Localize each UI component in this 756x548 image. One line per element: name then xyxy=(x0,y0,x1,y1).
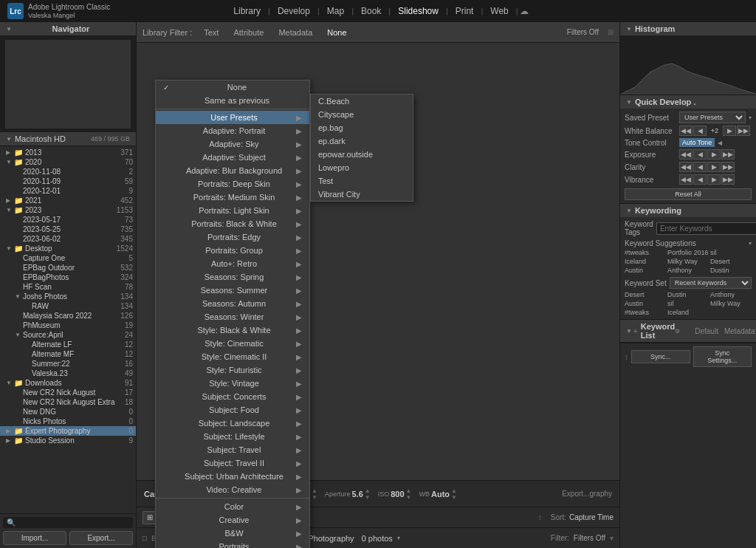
menu-style-vintage[interactable]: Style: Vintage ▶ xyxy=(156,377,309,390)
filter-metadata[interactable]: Metadata xyxy=(275,27,315,38)
qd-exposure-btn2[interactable]: ◀ xyxy=(693,149,707,160)
kw-sug-anthony[interactable]: Anthony xyxy=(667,267,709,274)
kw-sug-austin[interactable]: Austin xyxy=(625,267,666,274)
qd-vibrance-btn1[interactable]: ◀◀ xyxy=(679,174,693,185)
submenu-lowepro[interactable]: Lowepro xyxy=(311,161,413,174)
menu-creative[interactable]: Creative ▶ xyxy=(156,513,309,527)
qd-wb-increase-large[interactable]: ▶▶ xyxy=(737,126,750,136)
menu-seasons-autumn[interactable]: Seasons: Autumn ▶ xyxy=(156,297,309,310)
kw-rec-tweaks[interactable]: #tweaks xyxy=(625,309,666,316)
folder-2020[interactable]: ▼ 📁 2020 70 xyxy=(0,157,136,167)
menu-adaptive-sky[interactable]: Adaptive: Sky ▶ xyxy=(156,137,309,151)
kw-sug-dustin[interactable]: Dustin xyxy=(710,267,752,274)
menu-subject-travel2[interactable]: Subject: Travel II ▶ xyxy=(156,456,309,470)
menu-subject-concerts[interactable]: Subject: Concerts ▶ xyxy=(156,390,309,403)
filter-text[interactable]: Text xyxy=(201,27,221,38)
menu-portraits-group[interactable]: Portraits: Group ▶ xyxy=(156,244,309,257)
folder-2020-11-09[interactable]: 2020-11-09 59 xyxy=(9,177,136,186)
submenu-epdark[interactable]: ep.dark xyxy=(311,134,413,148)
kw-sug-desert[interactable]: Desert xyxy=(710,258,752,265)
folder-malaysia[interactable]: Malaysia Scaro 2022 126 xyxy=(9,311,136,321)
filters-off-button[interactable]: Filters Off xyxy=(567,28,599,36)
kw-rec-milkyway[interactable]: Milky Way xyxy=(710,300,752,307)
folder-2021[interactable]: ▶ 📁 2021 452 xyxy=(0,196,136,205)
menu-adaptive-blur[interactable]: Adaptive: Blur Background ▶ xyxy=(156,164,309,177)
search-bar[interactable]: 🔍 xyxy=(3,517,133,528)
folder-desktop[interactable]: ▼ 📁 Desktop 1524 xyxy=(0,244,136,253)
folder-hf-scan[interactable]: HF Scan 78 xyxy=(9,282,136,292)
kw-sug-portfolio[interactable]: Portfolio 2016 xyxy=(667,249,709,256)
submenu-vibrant-city[interactable]: Vibrant City xyxy=(311,188,413,201)
menu-same-as-previous[interactable]: Same as previous xyxy=(156,94,309,107)
menu-portraits-light[interactable]: Portraits: Light Skin ▶ xyxy=(156,204,309,217)
qd-clarity-btn1[interactable]: ◀◀ xyxy=(679,162,693,172)
keyword-list-header[interactable]: ▼ + Keyword List ⚙ Default Metadata xyxy=(620,320,756,342)
filters-off-right[interactable]: Filters Off xyxy=(574,534,605,542)
qd-clarity-btn3[interactable]: ▶ xyxy=(707,162,721,172)
qd-exposure-btn4[interactable]: ▶▶ xyxy=(721,149,735,160)
folder-expert-photography[interactable]: ▶ 📁 Expert Photography 0 xyxy=(0,426,136,436)
menu-user-presets[interactable]: User Presets ▶ xyxy=(156,111,309,124)
kw-rec-anthony[interactable]: Anthony xyxy=(710,291,752,298)
menu-adaptive-subject[interactable]: Adaptive: Subject ▶ xyxy=(156,151,309,164)
menu-portraits-bw[interactable]: Portraits: Black & White ▶ xyxy=(156,217,309,230)
sort-value[interactable]: Capture Time xyxy=(569,513,614,521)
menu-portraits[interactable]: Portraits ▶ xyxy=(156,540,309,548)
kw-sug-milkyway[interactable]: Milky Way xyxy=(667,258,709,265)
keywording-header[interactable]: ▼ Keywording xyxy=(620,204,756,217)
import-button[interactable]: Import... xyxy=(3,531,66,545)
kw-rec-desert[interactable]: Desert xyxy=(625,291,666,298)
folder-capture-one[interactable]: Capture One 5 xyxy=(9,253,136,263)
folder-studio-session[interactable]: ▶ 📁 Studio Session 9 xyxy=(0,436,136,445)
view-mode-single[interactable]: □ xyxy=(142,534,147,542)
keyword-input[interactable] xyxy=(656,222,756,235)
menu-style-bw[interactable]: Style: Black & White ▶ xyxy=(156,323,309,337)
menu-seasons-winter[interactable]: Seasons: Winter ▶ xyxy=(156,310,309,323)
folder-2023-05-25[interactable]: 2023-05-25 735 xyxy=(9,225,136,234)
sync-settings-button[interactable]: Sync Settings... xyxy=(693,346,752,367)
folder-raw[interactable]: RAW 134 xyxy=(18,301,136,311)
tab-develop[interactable]: Develop xyxy=(272,3,316,19)
qd-wb-decrease-large[interactable]: ◀◀ xyxy=(679,126,693,136)
folder-joshs-photos[interactable]: ▼ Joshs Photos 134 xyxy=(9,292,136,301)
folder-alternate-mf[interactable]: Alternate MF 12 xyxy=(18,349,136,359)
folder-nicks-photos[interactable]: Nicks Photos 0 xyxy=(9,417,136,426)
folder-source-april[interactable]: ▼ Source:April 24 xyxy=(9,330,136,340)
submenu-epowar[interactable]: epowar.outside xyxy=(311,148,413,161)
export-button[interactable]: Export... xyxy=(69,531,133,545)
folder-alternate-lf[interactable]: Alternate LF 12 xyxy=(18,340,136,349)
kw-set-select[interactable]: Recent Keywords xyxy=(670,277,752,289)
folder-2020-11-08[interactable]: 2020-11-08 2 xyxy=(9,167,136,177)
navigator-header[interactable]: ▼ Navigator xyxy=(0,22,136,36)
qd-vibrance-btn2[interactable]: ◀ xyxy=(693,174,707,185)
folder-new-dng[interactable]: New DNG 0 xyxy=(9,407,136,417)
kw-rec-dustin[interactable]: Dustin xyxy=(667,291,709,298)
quick-develop-header[interactable]: ▼ Quick Develop . xyxy=(620,95,756,109)
menu-auto-retro[interactable]: Auto+: Retro ▶ xyxy=(156,257,309,270)
tab-print[interactable]: Print xyxy=(450,3,480,19)
histogram-header[interactable]: ▼ Histogram xyxy=(620,22,756,35)
reset-all-button[interactable]: Reset All xyxy=(625,188,752,200)
menu-style-cinematic2[interactable]: Style: Cinematic II ▶ xyxy=(156,350,309,363)
folder-valeska23[interactable]: Valeska.23 49 xyxy=(18,369,136,378)
menu-adaptive-portrait[interactable]: Adaptive: Portrait ▶ xyxy=(156,124,309,137)
submenu-epbag[interactable]: ep.bag xyxy=(311,121,413,134)
kw-rec-iceland[interactable]: Iceland xyxy=(667,309,709,316)
qd-wb-increase[interactable]: ▶ xyxy=(723,126,736,136)
menu-style-futuristic[interactable]: Style: Futuristic ▶ xyxy=(156,363,309,377)
menu-subject-food[interactable]: Subject: Food ▶ xyxy=(156,403,309,417)
menu-color[interactable]: Color ▶ xyxy=(156,500,309,513)
kw-sug-tweaks[interactable]: #tweaks xyxy=(625,249,666,256)
folder-phmuseum[interactable]: PhMuseum 19 xyxy=(9,321,136,330)
folder-2013[interactable]: ▶ 📁 2013 371 xyxy=(0,148,136,157)
filter-attribute[interactable]: Attribute xyxy=(230,27,267,38)
kw-rec-sil[interactable]: sil xyxy=(667,300,709,307)
sync-button[interactable]: Sync... xyxy=(631,350,690,363)
folder-cr2-august-extra[interactable]: New CR2 Nick August Extra 18 xyxy=(9,397,136,407)
filter-options-icon[interactable]: ▾ xyxy=(610,534,614,542)
folder-downloads[interactable]: ▼ 📁 Downloads 91 xyxy=(0,378,136,388)
menu-subject-urban[interactable]: Subject: Urban Architecture ▶ xyxy=(156,470,309,483)
tab-web[interactable]: Web xyxy=(484,3,514,19)
tab-map[interactable]: Map xyxy=(321,3,350,19)
main-dropdown-menu[interactable]: ✓ None Same as previous User Presets ▶ A… xyxy=(155,80,310,548)
